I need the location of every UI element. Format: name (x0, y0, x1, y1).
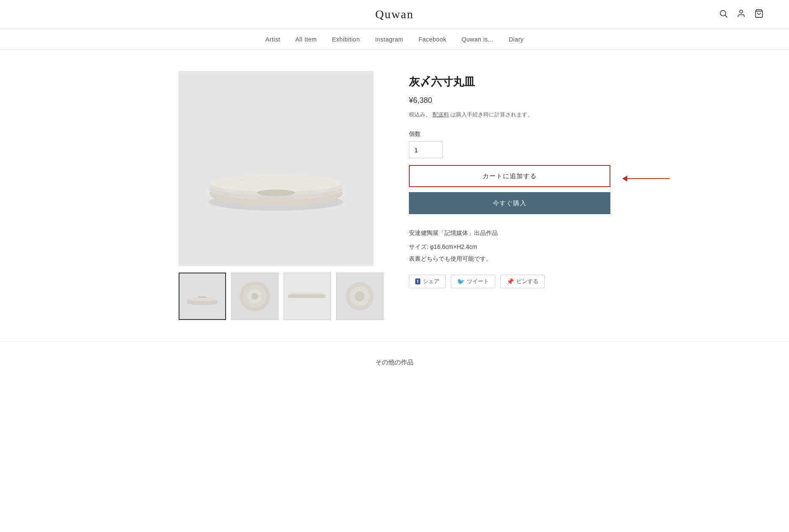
arrow-annotation (622, 176, 670, 182)
nav-item-exhibition[interactable]: Exhibition (332, 36, 360, 43)
twitter-icon: 🐦 (457, 278, 464, 285)
qty-label: 個数 (409, 130, 610, 138)
header: Quwan (0, 0, 789, 29)
product-tax: 税込み。 配送料 は購入手続き時に計算されます。 (409, 111, 610, 119)
twitter-share-label: ツイート (467, 278, 489, 285)
svg-point-13 (262, 176, 264, 177)
nav-item-facebook[interactable]: Facebook (419, 36, 446, 43)
main-nav: ArtistAll ItemExhibitionInstagramFaceboo… (0, 29, 789, 50)
svg-point-0 (720, 10, 726, 16)
svg-rect-26 (288, 295, 326, 298)
svg-point-2 (739, 10, 742, 13)
arrow-line (627, 178, 670, 179)
product-note: 表裏どちらでも使用可能です。 (409, 255, 610, 263)
thumbnail-1[interactable] (179, 273, 226, 320)
pinterest-share-button[interactable]: 📌 ピンする (500, 275, 545, 288)
thumbnail-4[interactable] (336, 273, 383, 320)
svg-point-24 (251, 293, 258, 300)
svg-line-1 (725, 15, 727, 17)
product-price: ¥6,380 (409, 96, 610, 105)
arrow-head (622, 176, 627, 182)
nav-item-diary[interactable]: Diary (509, 36, 524, 43)
cart-icon[interactable] (754, 9, 764, 20)
shipping-link[interactable]: 配送料 (433, 111, 449, 118)
svg-point-12 (309, 180, 311, 182)
add-to-cart-container: カートに追加する (409, 165, 610, 192)
svg-point-9 (211, 175, 342, 192)
product-info: 灰〆六寸丸皿 ¥6,380 税込み。 配送料 は購入手続き時に計算されます。 個… (409, 71, 610, 320)
share-buttons: f シェア 🐦 ツイート 📌 ピンする (409, 275, 610, 288)
pinterest-share-label: ピンする (516, 278, 538, 285)
product-size: サイズ: φ16.6cm×H2.4cm (409, 243, 610, 251)
pinterest-icon: 📌 (507, 278, 514, 285)
thumbnail-3[interactable] (284, 273, 331, 320)
nav-item-artist[interactable]: Artist (265, 36, 280, 43)
product-title: 灰〆六寸丸皿 (409, 74, 610, 89)
more-works-label: その他の作品 (375, 358, 414, 366)
nav-item-quwan-is...[interactable]: Quwan is... (461, 36, 494, 43)
thumbnail-2[interactable] (231, 273, 279, 320)
twitter-share-button[interactable]: 🐦 ツイート (451, 275, 495, 288)
footer-more-works: その他の作品 (0, 341, 789, 383)
qty-input[interactable] (409, 141, 443, 158)
product-main: 灰〆六寸丸皿 ¥6,380 税込み。 配送料 は購入手続き時に計算されます。 個… (162, 71, 627, 320)
tax-text: 税込み。 (409, 111, 431, 118)
site-logo[interactable]: Quwan (271, 8, 517, 21)
product-description: 安達健陶展「記憶媒体」出品作品 (409, 228, 610, 238)
nav-item-instagram[interactable]: Instagram (375, 36, 403, 43)
thumbnail-list (179, 273, 383, 320)
svg-point-14 (288, 177, 290, 178)
search-icon[interactable] (719, 9, 728, 20)
facebook-share-label: シェア (423, 278, 439, 285)
buy-now-button[interactable]: 今すぐ購入 (409, 192, 610, 214)
svg-point-10 (257, 190, 295, 196)
svg-point-11 (241, 179, 243, 181)
svg-point-19 (198, 296, 207, 298)
facebook-share-button[interactable]: f シェア (409, 275, 446, 288)
svg-rect-4 (179, 72, 373, 265)
facebook-icon: f (415, 278, 420, 284)
svg-point-31 (355, 291, 365, 301)
header-right (518, 9, 764, 20)
main-product-image (179, 71, 373, 266)
shipping-note: は購入手続き時に計算されます。 (450, 111, 533, 118)
svg-rect-27 (290, 293, 324, 295)
nav-item-all-item[interactable]: All Item (295, 36, 317, 43)
login-icon[interactable] (737, 9, 746, 20)
product-images (179, 71, 383, 320)
add-to-cart-button[interactable]: カートに追加する (409, 165, 610, 187)
